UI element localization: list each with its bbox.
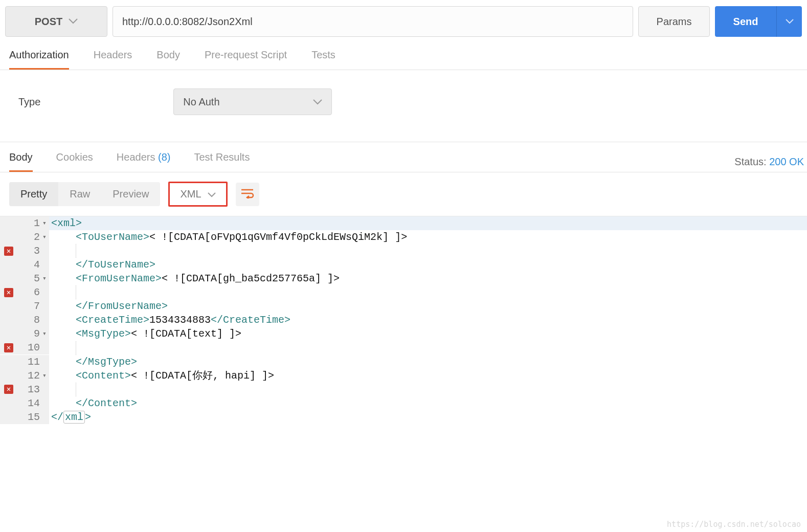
fold-icon[interactable]: ▾: [42, 216, 47, 230]
code-tag: <CreateTime>: [76, 314, 149, 326]
code-line: 5▾ <FromUserName>< ![CDATA[gh_ba5cd25776…: [0, 272, 807, 285]
code-tag: </FromUserName>: [76, 300, 168, 312]
code-tag: <Content>: [76, 370, 131, 382]
tab-tests[interactable]: Tests: [311, 49, 335, 70]
code-line: 12▾ <Content>< ![CDATA[你好, hapi] ]>: [0, 369, 807, 383]
code-line: 11 </MsgType>: [0, 355, 807, 369]
code-tag: </CreateTime>: [211, 314, 290, 326]
gutter: ✕6: [0, 285, 49, 299]
response-code-editor[interactable]: 1▾ <xml> 2▾ <ToUserName>< ![CDATA[oFVpQ1…: [0, 216, 807, 424]
code-line: 1▾ <xml>: [0, 216, 807, 230]
code-text: < ![CDATA[oFVpQ1qGVmf4Vf0pCkLdEWsQiM2k] …: [149, 231, 407, 243]
code-tag: >: [85, 411, 91, 423]
code-line: 9▾ <MsgType>< ![CDATA[text] ]>: [0, 327, 807, 341]
auth-type-value: No Auth: [183, 96, 219, 108]
auth-type-label: Type: [18, 96, 40, 108]
indent-guide: [76, 244, 76, 258]
code-tag: <ToUserName>: [76, 231, 149, 243]
code-line: 15 </xml>: [0, 410, 807, 424]
tab-authorization[interactable]: Authorization: [9, 49, 69, 70]
error-icon[interactable]: ✕: [4, 343, 13, 352]
code-tag: <xml>: [51, 217, 82, 229]
code-line: 8 <CreateTime>1534334883</CreateTime>: [0, 313, 807, 327]
code-tag: </MsgType>: [76, 356, 137, 368]
gutter: 11: [0, 355, 49, 369]
chevron-down-icon: [69, 15, 78, 27]
send-button-group: Send: [715, 6, 802, 37]
tab-body[interactable]: Body: [156, 49, 180, 70]
code-line: 2▾ <ToUserName>< ![CDATA[oFVpQ1qGVmf4Vf0…: [0, 230, 807, 244]
response-format-select[interactable]: XML: [168, 182, 227, 207]
fold-icon[interactable]: ▾: [42, 327, 47, 341]
code-line: ✕3: [0, 244, 807, 258]
status-value: 200 OK: [769, 156, 804, 167]
tab-prerequest-script[interactable]: Pre-request Script: [205, 49, 287, 70]
code-tag: xml: [63, 411, 85, 424]
response-tabs-row: Body Cookies Headers (8) Test Results St…: [0, 142, 807, 172]
indent-guide: [76, 341, 76, 355]
params-button[interactable]: Params: [638, 6, 710, 37]
code-text: < ![CDATA[text] ]>: [131, 328, 241, 340]
indent-guide: [76, 383, 76, 396]
tab-response-testresults[interactable]: Test Results: [194, 151, 250, 172]
code-line: 7 </FromUserName>: [0, 299, 807, 313]
gutter: ✕10: [0, 341, 49, 354]
response-view-row: Pretty Raw Preview XML: [0, 172, 807, 216]
status-label: Status:: [734, 156, 766, 167]
code-tag: </ToUserName>: [76, 259, 155, 271]
code-line: 4 </ToUserName>: [0, 258, 807, 272]
code-tag: <MsgType>: [76, 328, 131, 340]
resp-headers-count: (8): [158, 151, 170, 163]
tab-response-cookies[interactable]: Cookies: [56, 151, 93, 172]
chevron-down-icon: [208, 188, 216, 200]
chevron-down-icon: [313, 96, 322, 108]
code-line: ✕13: [0, 383, 807, 396]
fold-icon[interactable]: ▾: [42, 369, 47, 383]
gutter: 5▾: [0, 272, 49, 285]
http-method-select[interactable]: POST: [5, 6, 107, 37]
chevron-down-icon: [786, 18, 794, 26]
gutter: 1▾: [0, 216, 49, 230]
code-line: ✕6: [0, 285, 807, 299]
gutter: 9▾: [0, 327, 49, 341]
error-icon[interactable]: ✕: [4, 385, 13, 394]
gutter: 4: [0, 258, 49, 272]
response-tabs: Body Cookies Headers (8) Test Results: [9, 151, 250, 172]
view-raw-button[interactable]: Raw: [58, 182, 101, 206]
gutter: 8: [0, 313, 49, 327]
code-tag: </Content>: [76, 397, 137, 409]
send-button[interactable]: Send: [715, 6, 776, 37]
gutter: 7: [0, 299, 49, 313]
http-method-value: POST: [35, 16, 62, 28]
gutter: 12▾: [0, 369, 49, 383]
view-preview-button[interactable]: Preview: [101, 182, 160, 206]
error-icon[interactable]: ✕: [4, 288, 13, 297]
tab-response-body[interactable]: Body: [9, 151, 33, 172]
response-status: Status: 200 OK: [734, 156, 805, 168]
code-text: < ![CDATA[gh_ba5cd257765a] ]>: [162, 273, 340, 284]
wrap-icon: [241, 188, 254, 201]
indent-guide: [76, 285, 76, 299]
fold-icon[interactable]: ▾: [42, 230, 47, 244]
gutter: ✕13: [0, 383, 49, 396]
line-wrap-button[interactable]: [236, 183, 259, 206]
send-dropdown-button[interactable]: [776, 6, 802, 37]
code-line: ✕10: [0, 341, 807, 354]
gutter: 15: [0, 410, 49, 424]
url-input[interactable]: [113, 6, 633, 37]
code-tag: </: [51, 411, 63, 423]
auth-type-select[interactable]: No Auth: [173, 88, 332, 115]
request-bar: POST Params Send: [0, 0, 807, 42]
code-line: 14 </Content>: [0, 396, 807, 410]
gutter: ✕3: [0, 244, 49, 258]
code-tag: <FromUserName>: [76, 273, 162, 284]
tab-response-headers[interactable]: Headers (8): [117, 151, 171, 172]
error-icon[interactable]: ✕: [4, 247, 13, 256]
tab-headers[interactable]: Headers: [94, 49, 132, 70]
gutter: 14: [0, 396, 49, 410]
view-pretty-button[interactable]: Pretty: [9, 182, 58, 206]
fold-icon[interactable]: ▾: [42, 272, 47, 285]
resp-headers-label: Headers: [117, 151, 158, 163]
code-text: 1534334883: [149, 314, 211, 326]
code-text: < ![CDATA[你好, hapi] ]>: [131, 370, 274, 382]
